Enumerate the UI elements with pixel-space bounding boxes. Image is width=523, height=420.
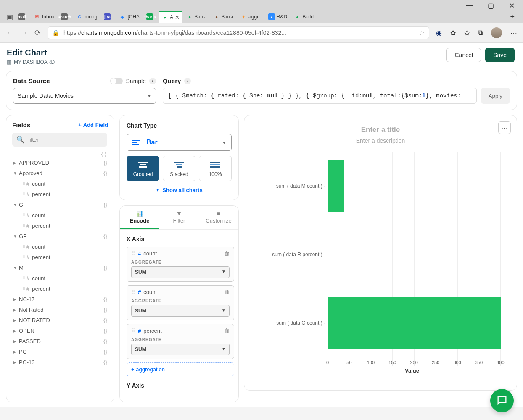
url-text: https://charts.mongodb.com/charts-tomh-y… xyxy=(63,29,415,36)
field-parent-row[interactable]: ▶PASSED{} xyxy=(12,336,111,346)
chart-type-select[interactable]: Bar ▼ xyxy=(127,134,232,151)
grip-icon: ⠿ xyxy=(22,286,25,291)
field-parent-row[interactable]: ▼GP{} xyxy=(12,231,111,242)
filter-box[interactable]: 🔍 xyxy=(12,133,107,147)
add-aggregation-button[interactable]: + aggregation xyxy=(127,362,234,376)
query-input[interactable]: [ { $match: { rated: { $ne: null } } }, … xyxy=(163,88,477,104)
reload-button[interactable]: ⟳ xyxy=(34,28,41,37)
info-icon[interactable]: i xyxy=(184,78,191,84)
field-child-row[interactable]: ⠿#percent xyxy=(12,252,111,262)
browser-tab[interactable]: ●A✕ xyxy=(159,11,182,23)
sample-toggle-row: Sample i xyxy=(110,78,156,84)
new-tab-button[interactable]: + xyxy=(506,13,519,21)
apply-button[interactable]: Apply xyxy=(481,88,510,104)
encode-tab-filter[interactable]: ▼Filter xyxy=(159,206,199,229)
browser-tab[interactable]: ●$arra xyxy=(184,11,209,23)
browser-tab[interactable]: Gmong xyxy=(74,11,100,23)
app-root: Edit Chart ▥ MY DASHBOARD Cancel Save Da… xyxy=(0,43,523,407)
sample-toggle[interactable] xyxy=(110,78,123,84)
close-window-button[interactable]: ✕ xyxy=(509,2,515,10)
browser-tab[interactable]: charts xyxy=(144,11,157,23)
browser-tab[interactable]: ◆[CHA xyxy=(116,11,142,23)
field-child-row[interactable]: ⠿#count xyxy=(12,178,111,189)
field-child-row[interactable]: ⠿#count xyxy=(12,210,111,220)
sample-label: Sample xyxy=(126,78,146,84)
info-icon[interactable]: i xyxy=(149,78,156,84)
field-parent-row[interactable]: ▶NC-17{} xyxy=(12,294,111,304)
number-type-icon: # xyxy=(138,289,141,295)
minimize-button[interactable]: — xyxy=(466,2,473,10)
more-icon[interactable]: ⋯ xyxy=(510,29,517,37)
favorite-icon[interactable]: ☆ xyxy=(419,29,425,36)
encoding-field[interactable]: ⠿#count🗑AGGREGATESUM▼ xyxy=(127,285,234,320)
browser-tab[interactable]: ✦aggre xyxy=(238,11,264,23)
y-tick-label: sum ( data M count ) - xyxy=(264,183,325,189)
browser-tab[interactable]: ●Build xyxy=(291,11,316,23)
field-child-row[interactable]: ⠿#percent xyxy=(12,189,111,200)
app-menu-icon[interactable]: ▣ xyxy=(4,11,14,23)
delete-icon[interactable]: 🗑 xyxy=(224,328,230,334)
field-parent-row[interactable]: ▼Approved{} xyxy=(12,168,111,178)
encoding-field[interactable]: ⠿#percent🗑AGGREGATESUM▼ xyxy=(127,324,234,359)
field-child-row[interactable]: ⠿#count xyxy=(12,242,111,252)
url-bar[interactable]: 🔒 https://charts.mongodb.com/charts-tomh… xyxy=(48,26,429,39)
browser-tab[interactable]: search xyxy=(58,11,72,23)
field-parent-row[interactable]: ▼M{} xyxy=(12,262,111,273)
encode-tab-encode[interactable]: 📊Encode xyxy=(120,206,159,229)
chart-desc-input[interactable]: Enter a description xyxy=(252,137,509,144)
cancel-button[interactable]: Cancel xyxy=(446,48,481,62)
datasource-label: Data Source xyxy=(13,77,50,84)
field-parent-row[interactable]: ▼G{} xyxy=(12,200,111,210)
breadcrumb[interactable]: ▥ MY DASHBOARD xyxy=(7,59,55,65)
encode-body[interactable]: X Axis ⠿#count🗑AGGREGATESUM▼⠿#count🗑AGGR… xyxy=(120,230,238,402)
show-all-charts-button[interactable]: ▼ Show all charts xyxy=(127,187,232,193)
field-child-row[interactable]: ⠿#percent xyxy=(12,220,111,231)
number-type-icon: # xyxy=(138,250,141,257)
field-parent-row[interactable]: ▶PG-13{} xyxy=(12,357,111,368)
field-child-row[interactable]: ⠿#percent xyxy=(12,284,111,294)
filter-input[interactable] xyxy=(28,136,103,143)
fields-title: Fields xyxy=(12,121,30,129)
add-field-button[interactable]: + Add Field xyxy=(78,122,108,128)
browser-tab[interactable]: MInbox xyxy=(31,11,57,23)
aggregate-select[interactable]: SUM▼ xyxy=(131,305,230,317)
browser-tab[interactable]: ●$arra xyxy=(211,11,236,23)
maximize-button[interactable]: ▢ xyxy=(488,2,494,10)
field-parent-row[interactable]: ▶PG{} xyxy=(12,346,111,357)
field-parent-row[interactable]: ▶APPROVED{} xyxy=(12,158,111,168)
forward-button[interactable]: → xyxy=(20,29,28,37)
extensions-icon[interactable]: ✿ xyxy=(450,29,456,37)
back-button[interactable]: ← xyxy=(6,29,13,37)
field-parent-row[interactable]: ▶NOT RATED{} xyxy=(12,315,111,326)
subtype-grouped[interactable]: Grouped xyxy=(127,156,159,181)
collections-icon[interactable]: ⧉ xyxy=(478,29,483,37)
datasource-select[interactable]: Sample Data: Movies ▼ xyxy=(13,88,156,104)
subtype-100%[interactable]: 100% xyxy=(199,156,232,181)
delete-icon[interactable]: 🗑 xyxy=(224,250,230,257)
aggregate-select[interactable]: SUM▼ xyxy=(131,344,230,355)
field-parent-row[interactable]: ▶Not Rated{} xyxy=(12,304,111,315)
chart-menu-button[interactable]: ⋯ xyxy=(498,121,511,134)
field-parent-row[interactable]: ▶OPEN{} xyxy=(12,326,111,336)
tracker-icon[interactable]: ◉ xyxy=(436,29,442,37)
browser-tab[interactable]: jira xyxy=(101,11,115,23)
encode-panel: 📊Encode▼Filter≡Customize X Axis ⠿#count🗑… xyxy=(119,205,239,402)
subtype-stacked[interactable]: Stacked xyxy=(163,156,195,181)
chart-title-input[interactable]: Enter a title xyxy=(252,126,509,134)
caret-icon: ▼ xyxy=(13,171,19,176)
encode-tab-customize[interactable]: ≡Customize xyxy=(199,206,238,229)
caret-icon: ▼ xyxy=(13,234,19,239)
profile-avatar[interactable] xyxy=(491,27,502,38)
caret-icon: ▶ xyxy=(13,318,19,323)
encoding-field[interactable]: ⠿#count🗑AGGREGATESUM▼ xyxy=(127,247,234,282)
query-label: Query i xyxy=(163,77,510,84)
field-child-row[interactable]: ⠿#count xyxy=(12,273,111,284)
number-type-icon: # xyxy=(26,275,29,281)
favorites-icon[interactable]: ✩ xyxy=(464,29,470,37)
save-button[interactable]: Save xyxy=(485,48,515,62)
browser-tab[interactable]: ▪R&D xyxy=(266,11,290,23)
fields-list[interactable]: { } ▶APPROVED{}▼Approved{}⠿#count⠿#perce… xyxy=(12,150,111,396)
browser-tab[interactable]: mail xyxy=(16,11,29,23)
aggregate-select[interactable]: SUM▼ xyxy=(131,266,230,278)
delete-icon[interactable]: 🗑 xyxy=(224,289,230,295)
